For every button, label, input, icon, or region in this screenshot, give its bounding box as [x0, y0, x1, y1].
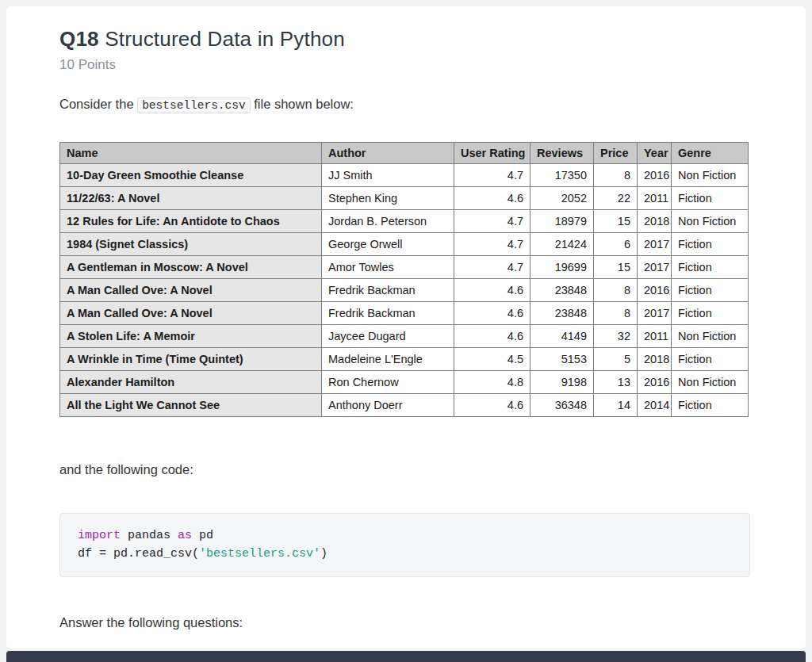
table-cell: 2017: [638, 302, 672, 325]
table-cell: 2011: [638, 187, 672, 210]
table-cell: Fiction: [672, 187, 749, 210]
page-title: Q18 Structured Data in Python: [59, 27, 750, 52]
table-cell: A Man Called Ove: A Novel: [60, 302, 322, 325]
table-cell: 13: [594, 371, 638, 394]
table-cell: 9198: [530, 371, 594, 394]
table-cell: 4.7: [454, 164, 530, 187]
table-cell: 4.8: [454, 371, 530, 394]
table-cell: Jaycee Dugard: [322, 325, 454, 348]
table-cell: 4.6: [454, 302, 530, 325]
code-line: df = pd.read_csv('bestsellers.csv'): [78, 545, 732, 564]
table-cell: 10-Day Green Smoothie Cleanse: [60, 164, 322, 187]
code-token-plain: ): [320, 547, 327, 561]
table-cell: Jordan B. Peterson: [322, 210, 454, 233]
table-cell: 2011: [638, 325, 672, 348]
table-cell: 2017: [638, 256, 672, 279]
table-cell: 14: [594, 394, 638, 417]
table-cell: 2018: [638, 210, 672, 233]
table-cell: 4.6: [454, 279, 530, 302]
table-cell: Fiction: [672, 256, 749, 279]
table-cell: Fiction: [672, 348, 749, 371]
table-cell: Anthony Doerr: [322, 394, 454, 417]
table-row: A Man Called Ove: A NovelFredrik Backman…: [60, 302, 749, 325]
table-header-row: NameAuthorUser RatingReviewsPriceYearGen…: [60, 143, 749, 164]
table-cell: Amor Towles: [322, 256, 454, 279]
table-cell: 2016: [638, 164, 672, 187]
code-line: import pandas as pd: [78, 527, 732, 545]
table-cell: 23848: [530, 279, 594, 302]
question-content: Q18 Structured Data in Python 10 Points …: [6, 6, 806, 630]
inline-filename-code: bestsellers.csv: [137, 98, 251, 113]
table-cell: A Wrinkle in Time (Time Quintet): [60, 348, 322, 371]
table-cell: Fiction: [672, 302, 749, 325]
column-header-reviews: Reviews: [530, 143, 594, 164]
intro-suffix: file shown below:: [251, 97, 354, 111]
table-row: 12 Rules for Life: An Antidote to ChaosJ…: [60, 210, 749, 233]
table-row: A Man Called Ove: A NovelFredrik Backman…: [60, 279, 749, 302]
table-cell: 2016: [638, 371, 672, 394]
table-cell: Fredrik Backman: [322, 279, 454, 302]
table-cell: Madeleine L'Engle: [322, 348, 454, 371]
question-title-text: Structured Data in Python: [105, 27, 345, 51]
table-cell: 5: [594, 348, 638, 371]
table-cell: 32: [594, 325, 638, 348]
code-block: import pandas as pddf = pd.read_csv('bes…: [59, 513, 750, 577]
table-cell: 18979: [530, 210, 594, 233]
table-row: 10-Day Green Smoothie CleanseJJ Smith4.7…: [60, 164, 749, 187]
code-token-plain: pd: [192, 529, 213, 542]
column-header-author: Author: [322, 143, 454, 164]
code-token-plain: pandas: [121, 529, 178, 542]
table-row: A Stolen Life: A MemoirJaycee Dugard4.64…: [60, 325, 749, 348]
table-cell: 1984 (Signet Classics): [60, 233, 322, 256]
table-cell: JJ Smith: [322, 164, 454, 187]
points-label: 10 Points: [59, 57, 750, 73]
table-row: All the Light We Cannot SeeAnthony Doerr…: [60, 394, 749, 417]
column-header-year: Year: [638, 143, 672, 164]
table-cell: 2018: [638, 348, 672, 371]
next-section-header-bar: [6, 651, 806, 662]
code-token-keyword: as: [178, 529, 192, 542]
table-cell: All the Light We Cannot See: [60, 394, 322, 417]
intro-paragraph: Consider the bestsellers.csv file shown …: [59, 97, 750, 112]
table-cell: Ron Chernow: [322, 371, 454, 394]
column-header-user-rating: User Rating: [454, 143, 530, 164]
code-intro-text: and the following code:: [59, 462, 750, 477]
table-row: 11/22/63: A NovelStephen King4.620522220…: [60, 187, 749, 210]
table-cell: 36348: [530, 394, 594, 417]
table-row: 1984 (Signet Classics)George Orwell4.721…: [60, 233, 749, 256]
table-cell: 4.6: [454, 325, 530, 348]
table-cell: 19699: [530, 256, 594, 279]
table-cell: Stephen King: [322, 187, 454, 210]
table-cell: 4.7: [454, 233, 530, 256]
table-cell: 22: [594, 187, 638, 210]
table-cell: 23848: [530, 302, 594, 325]
table-cell: Fiction: [672, 394, 749, 417]
table-cell: Non Fiction: [672, 325, 749, 348]
table-cell: 11/22/63: A Novel: [60, 187, 322, 210]
table-cell: 2014: [638, 394, 672, 417]
table-cell: A Stolen Life: A Memoir: [60, 325, 322, 348]
column-header-genre: Genre: [672, 143, 749, 164]
table-cell: 8: [594, 164, 638, 187]
table-cell: 2016: [638, 279, 672, 302]
table-cell: 12 Rules for Life: An Antidote to Chaos: [60, 210, 322, 233]
column-header-price: Price: [594, 143, 638, 164]
bestsellers-table: NameAuthorUser RatingReviewsPriceYearGen…: [59, 142, 749, 417]
code-token-keyword: import: [78, 529, 121, 542]
table-cell: 15: [594, 210, 638, 233]
table-cell: 4.6: [454, 187, 530, 210]
table-cell: 4.6: [454, 394, 530, 417]
table-cell: Fiction: [672, 233, 749, 256]
table-cell: A Gentleman in Moscow: A Novel: [60, 256, 322, 279]
table-cell: 2052: [530, 187, 594, 210]
table-cell: Fredrik Backman: [322, 302, 454, 325]
table-cell: Fiction: [672, 279, 749, 302]
table-cell: 21424: [530, 233, 594, 256]
table-cell: 4.5: [454, 348, 530, 371]
table-body: 10-Day Green Smoothie CleanseJJ Smith4.7…: [60, 164, 749, 417]
table-cell: 8: [594, 302, 638, 325]
table-cell: 4149: [530, 325, 594, 348]
table-cell: A Man Called Ove: A Novel: [60, 279, 322, 302]
table-cell: Non Fiction: [672, 164, 749, 187]
table-cell: 15: [594, 256, 638, 279]
